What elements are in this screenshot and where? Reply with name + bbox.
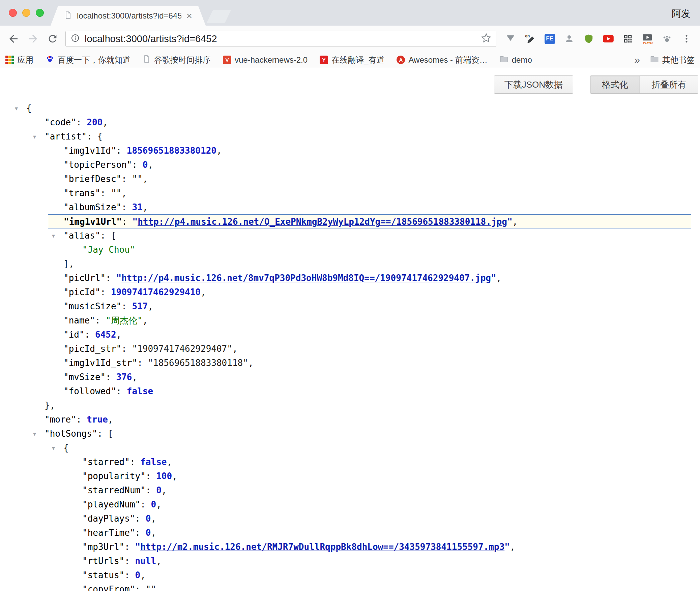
json-token: "albumSize" bbox=[63, 202, 121, 212]
json-token: "hearTime" bbox=[82, 528, 135, 538]
json-token: "code" bbox=[45, 117, 76, 127]
json-token: , bbox=[216, 146, 222, 156]
bookmark-item-google-sort[interactable]: 谷歌按时间排序 bbox=[143, 55, 211, 65]
json-token: : bbox=[76, 414, 87, 425]
fe-extension-icon[interactable]: FE bbox=[541, 30, 558, 48]
json-line: "picUrl": "http://p4.music.126.net/8mv7q… bbox=[0, 271, 700, 285]
json-token: : bbox=[137, 358, 148, 368]
new-tab-button[interactable] bbox=[207, 10, 231, 23]
browser-menu-icon[interactable] bbox=[678, 30, 695, 48]
json-token: "briefDesc" bbox=[63, 174, 121, 184]
json-token: : bbox=[124, 556, 135, 566]
bookmark-star-icon[interactable] bbox=[481, 33, 491, 44]
address-bar[interactable]: localhost:3000/artists?id=6452 bbox=[65, 31, 496, 47]
json-token: " bbox=[135, 542, 141, 552]
json-line: "code": 200, bbox=[0, 115, 700, 129]
youdao-pen-extension-icon[interactable]: en bbox=[521, 30, 539, 48]
reload-button[interactable] bbox=[44, 30, 61, 48]
json-token: , bbox=[496, 273, 502, 283]
json-token: null bbox=[135, 556, 156, 566]
json-token: "18569651883380118" bbox=[148, 358, 248, 368]
window-controls bbox=[9, 9, 44, 17]
page-favicon-icon bbox=[64, 11, 72, 21]
download-json-button[interactable]: 下载JSON数据 bbox=[494, 75, 573, 94]
json-token: "img1v1Url" bbox=[64, 217, 122, 227]
site-info-icon[interactable] bbox=[70, 33, 80, 44]
json-token: " bbox=[116, 273, 122, 283]
json-token: "copyFrom" bbox=[82, 584, 135, 591]
json-token: " bbox=[491, 273, 496, 283]
json-token: "name" bbox=[63, 315, 95, 325]
json-token: : bbox=[76, 117, 87, 127]
json-token: "picId_str" bbox=[63, 344, 121, 354]
json-line: "dayPlays": 0, bbox=[0, 511, 700, 526]
json-token: "周杰伦" bbox=[106, 315, 142, 325]
browser-tab[interactable]: localhost:3000/artists?id=645 × bbox=[51, 6, 206, 26]
json-token: "starredNum" bbox=[82, 485, 146, 495]
collapse-arrow-icon[interactable]: ▼ bbox=[52, 441, 55, 455]
apps-shortcut[interactable]: 应用 bbox=[5, 55, 33, 65]
json-token: 0 bbox=[146, 514, 151, 524]
json-token: : bbox=[135, 514, 146, 524]
json-token: , bbox=[510, 542, 515, 552]
collapse-arrow-icon[interactable]: ▼ bbox=[52, 229, 55, 243]
bookmarks-bar: 应用 百度一下，你就知道 谷歌按时间排序 V vue-hackernews-2.… bbox=[0, 52, 700, 68]
vimium-extension-icon[interactable] bbox=[502, 30, 519, 48]
json-line: "trans": "", bbox=[0, 186, 700, 200]
collapse-arrow-icon[interactable]: ▼ bbox=[33, 130, 36, 144]
json-token: : bbox=[116, 146, 127, 156]
forward-button[interactable] bbox=[24, 30, 42, 48]
json-line: "status": 0, bbox=[0, 568, 700, 582]
youtube-extension-icon[interactable] bbox=[600, 30, 617, 48]
json-line: "rtUrls": null, bbox=[0, 554, 700, 568]
bookmark-item-youdao-translate[interactable]: Y 在线翻译_有道 bbox=[320, 55, 384, 65]
bookmark-item-demo[interactable]: demo bbox=[500, 55, 532, 65]
json-token: 0 bbox=[143, 160, 148, 170]
window-minimize-button[interactable] bbox=[22, 9, 30, 17]
json-token: "" bbox=[111, 188, 121, 198]
json-token: , bbox=[143, 202, 148, 212]
json-token: 18569651883380120 bbox=[127, 146, 216, 156]
collapse-arrow-icon[interactable]: ▼ bbox=[15, 101, 18, 116]
window-close-button[interactable] bbox=[9, 9, 17, 17]
player-extension-icon[interactable]: PLAYER bbox=[639, 30, 656, 48]
window-zoom-button[interactable] bbox=[36, 9, 44, 17]
json-token: , bbox=[148, 160, 153, 170]
json-url-link[interactable]: http://p4.music.126.net/Q_ExePNkmgB2yWyL… bbox=[138, 217, 507, 227]
vue-icon: V bbox=[223, 56, 231, 64]
json-url-link[interactable]: http://p4.music.126.net/8mv7qP30Pd3oHW8b… bbox=[121, 273, 491, 283]
bookmark-item-awesomes[interactable]: A Awesomes - 前端资… bbox=[397, 55, 487, 65]
browser-toolbar: localhost:3000/artists?id=6452 en FE PLA… bbox=[0, 26, 700, 52]
bookmark-item-baidu[interactable]: 百度一下，你就知道 bbox=[46, 55, 130, 65]
tab-close-button[interactable]: × bbox=[186, 11, 192, 21]
paw-extension-icon[interactable] bbox=[658, 30, 676, 48]
bookmark-item-vue-hackernews[interactable]: V vue-hackernews-2.0 bbox=[223, 55, 308, 65]
json-token: : bbox=[146, 471, 156, 481]
json-token: "rtUrls" bbox=[82, 556, 124, 566]
json-token: : [ bbox=[100, 230, 116, 241]
json-url-link[interactable]: http://m2.music.126.net/RMJR7wDullRqppBk… bbox=[140, 542, 504, 552]
json-token: : bbox=[130, 457, 140, 467]
json-line: "starred": false, bbox=[0, 455, 700, 469]
awesomes-icon: A bbox=[397, 56, 405, 64]
json-token: , bbox=[103, 117, 108, 127]
qr-code-extension-icon[interactable] bbox=[619, 30, 637, 48]
apps-grid-icon bbox=[5, 56, 14, 64]
json-token: : bbox=[121, 174, 132, 184]
json-line: "followed": false bbox=[0, 384, 700, 398]
collapse-arrow-icon[interactable]: ▼ bbox=[33, 427, 36, 441]
user-silhouette-extension-icon[interactable] bbox=[560, 30, 578, 48]
other-bookmarks-folder[interactable]: 其他书签 bbox=[650, 55, 695, 65]
json-token: : bbox=[116, 386, 127, 396]
ublock-shield-extension-icon[interactable] bbox=[580, 30, 597, 48]
profile-name[interactable]: 阿发 bbox=[672, 7, 691, 20]
bookmarks-overflow-chevron[interactable]: » bbox=[634, 54, 640, 66]
json-token: , bbox=[132, 372, 138, 382]
collapse-all-button[interactable]: 折叠所有 bbox=[640, 75, 698, 94]
json-token: 31 bbox=[132, 202, 143, 212]
json-token: , bbox=[513, 217, 518, 227]
format-button[interactable]: 格式化 bbox=[590, 75, 640, 94]
back-button[interactable] bbox=[5, 30, 22, 48]
json-line: "hearTime": 0, bbox=[0, 526, 700, 540]
json-token: "hotSongs" bbox=[45, 429, 97, 439]
